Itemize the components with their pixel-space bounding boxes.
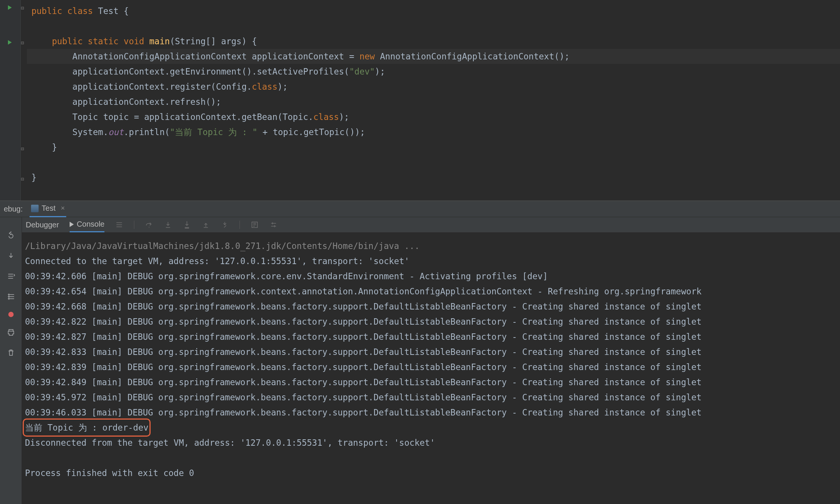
code-line[interactable]: } bbox=[27, 140, 840, 155]
debug-label: ebug: bbox=[4, 205, 23, 213]
fold-open-icon[interactable]: ⊟ bbox=[21, 5, 24, 11]
debug-toolwindow-header[interactable]: ebug: Test × bbox=[0, 201, 840, 217]
console-line: 00:39:42.849 [main] DEBUG org.springfram… bbox=[25, 375, 840, 390]
editor-gutter[interactable] bbox=[0, 0, 21, 201]
console-line: 00:39:42.839 [main] DEBUG org.springfram… bbox=[25, 359, 840, 375]
threads-icon[interactable] bbox=[6, 291, 16, 302]
code-line[interactable]: public class Test { bbox=[27, 3, 840, 19]
trash-icon[interactable] bbox=[6, 347, 16, 358]
fold-close-icon[interactable]: ⊟ bbox=[21, 176, 24, 182]
tab-console[interactable]: Console bbox=[70, 217, 104, 232]
console-line: Process finished with exit code 0 bbox=[25, 465, 840, 481]
console-line: 当前 Topic 为 : order-dev bbox=[25, 420, 148, 435]
console-line: Disconnected from the target VM, address… bbox=[25, 435, 840, 450]
force-step-into-icon[interactable] bbox=[183, 221, 191, 229]
console-line: 00:39:42.606 [main] DEBUG org.springfram… bbox=[25, 269, 840, 284]
run-to-cursor-icon[interactable] bbox=[221, 221, 229, 229]
step-into-icon[interactable] bbox=[164, 221, 172, 229]
print-icon[interactable] bbox=[6, 327, 16, 338]
console-line: 00:39:46.033 [main] DEBUG org.springfram… bbox=[25, 405, 840, 420]
code-line[interactable]: System.out.println("当前 Topic 为 : " + top… bbox=[27, 124, 840, 140]
fold-column[interactable]: ⊟ ⊟ ⊟ ⊟ bbox=[21, 0, 27, 201]
code-line[interactable] bbox=[27, 19, 840, 34]
code-line[interactable]: applicationContext.getEnvironment().setA… bbox=[27, 64, 840, 79]
fold-close-icon[interactable]: ⊟ bbox=[21, 146, 24, 151]
evaluate-icon[interactable] bbox=[250, 221, 259, 229]
console-line: 00:39:42.827 [main] DEBUG org.springfram… bbox=[25, 329, 840, 344]
play-icon bbox=[70, 222, 74, 227]
console-line: 00:39:42.668 [main] DEBUG org.springfram… bbox=[25, 299, 840, 314]
run-config-tab[interactable]: Test × bbox=[30, 201, 66, 217]
frames-icon[interactable] bbox=[6, 271, 16, 282]
code-line[interactable] bbox=[27, 155, 840, 170]
code-area[interactable]: public class Test { public static void m… bbox=[27, 0, 840, 201]
application-icon bbox=[31, 205, 39, 212]
code-line[interactable]: Topic topic = applicationContext.getBean… bbox=[27, 109, 840, 124]
breakpoint-icon[interactable] bbox=[8, 312, 14, 317]
code-line[interactable]: applicationContext.refresh(); bbox=[27, 94, 840, 109]
tab-label: Debugger bbox=[26, 221, 59, 229]
run-method-gutter-icon[interactable] bbox=[7, 39, 13, 47]
code-editor[interactable]: ⊟ ⊟ ⊟ ⊟ public class Test { public stati… bbox=[0, 0, 840, 201]
console-line: 00:39:45.972 [main] DEBUG org.springfram… bbox=[25, 390, 840, 405]
settings-icon[interactable] bbox=[269, 221, 278, 229]
close-icon[interactable]: × bbox=[61, 204, 65, 212]
run-config-name: Test bbox=[42, 204, 56, 213]
console-line bbox=[25, 450, 840, 465]
debug-action-rail bbox=[0, 217, 22, 504]
console-line: 00:39:42.833 [main] DEBUG org.springfram… bbox=[25, 344, 840, 359]
tab-label: Console bbox=[77, 220, 104, 229]
java-command: /Library/Java/JavaVirtualMachines/jdk1.8… bbox=[25, 238, 840, 254]
run-class-gutter-icon[interactable] bbox=[7, 5, 13, 12]
separator bbox=[240, 221, 240, 229]
separator bbox=[134, 221, 134, 229]
code-line[interactable]: public static void main(String[] args) { bbox=[27, 34, 840, 49]
console-line: 00:39:42.822 [main] DEBUG org.springfram… bbox=[25, 314, 840, 329]
console-line: Connected to the target VM, address: '12… bbox=[25, 254, 840, 269]
fold-open-icon[interactable]: ⊟ bbox=[21, 40, 24, 45]
console-output[interactable]: /Library/Java/JavaVirtualMachines/jdk1.8… bbox=[22, 232, 840, 481]
code-line[interactable]: AnnotationConfigApplicationContext appli… bbox=[27, 49, 840, 64]
step-out-icon[interactable] bbox=[202, 221, 210, 229]
step-down-icon[interactable] bbox=[6, 250, 16, 261]
rerun-icon[interactable] bbox=[6, 230, 16, 241]
tab-debugger[interactable]: Debugger bbox=[26, 217, 59, 232]
step-over-icon[interactable] bbox=[145, 221, 153, 229]
debug-tabs: Debugger Console bbox=[22, 217, 840, 232]
code-line[interactable]: applicationContext.register(Config.class… bbox=[27, 79, 840, 94]
code-line[interactable]: } bbox=[27, 170, 840, 185]
filter-icon[interactable] bbox=[115, 221, 123, 229]
console-line: 00:39:42.654 [main] DEBUG org.springfram… bbox=[25, 284, 840, 299]
